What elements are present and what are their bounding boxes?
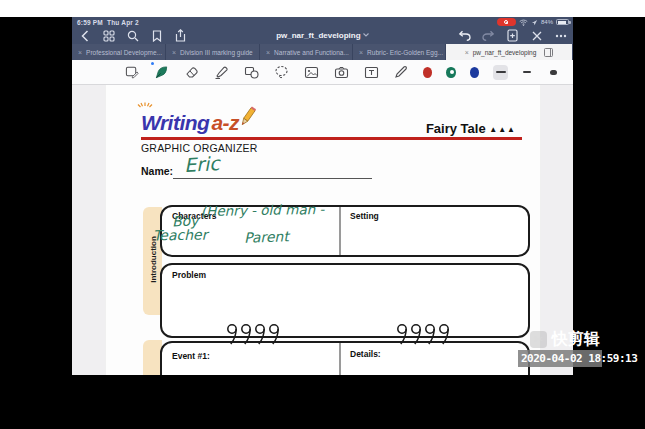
clock-date: Thu Apr 2 [107, 19, 139, 26]
status-right: 84% [497, 18, 569, 26]
tab-close-icon[interactable]: × [78, 49, 82, 56]
stroke-width-medium[interactable] [520, 65, 535, 80]
page-edit-icon [125, 65, 139, 79]
add-page-button[interactable] [506, 29, 519, 42]
genre-heading: Fairy Tale ▲▲▲ [426, 121, 516, 136]
color-swatch-blue[interactable] [470, 67, 479, 78]
watermark-logo: ✂ [530, 331, 547, 348]
lasso-tool[interactable] [274, 63, 289, 81]
problem-label: Problem [172, 270, 206, 280]
text-tool[interactable] [364, 63, 379, 81]
ipad-screen: 6:59 PMThu Apr 2 84% pw_nar_ft_developin… [72, 17, 573, 375]
tab-close-icon[interactable]: × [359, 49, 363, 56]
writing-az-logo: Writinga-z [141, 111, 239, 135]
name-underline [173, 178, 372, 179]
eraser-tool[interactable] [184, 63, 199, 81]
camera-icon [334, 66, 349, 79]
handwriting-characters-1: (Henry - old man - [201, 201, 325, 219]
image-icon [304, 66, 319, 79]
tab-close-icon[interactable]: × [266, 49, 270, 56]
thick-stroke-icon [550, 70, 557, 75]
video-frame: 6:59 PMThu Apr 2 84% pw_nar_ft_developin… [0, 0, 645, 429]
video-letterbox-top [0, 0, 645, 17]
handwriting-characters-3: Teacher [153, 227, 208, 244]
color-swatch-green-selected[interactable] [446, 67, 455, 78]
image-tool[interactable] [304, 63, 319, 81]
name-label: Name: [141, 165, 173, 177]
tab-pw-nar-ft-developing[interactable]: ×pw_nar_ft_developing [446, 44, 573, 60]
tab-rubric-eric-golden-egg[interactable]: ×Rubric- Eric-Golden Egg... [353, 44, 446, 60]
split-view-icon[interactable] [544, 48, 553, 57]
worksheet-page[interactable]: Writinga-z Fairy Tale ▲▲▲ GRAPHIC ORGANI… [105, 85, 541, 375]
drawing-toolbar [72, 60, 573, 85]
problem-box[interactable]: Problem [160, 263, 530, 338]
redo-icon [482, 30, 495, 41]
stroke-width-thick[interactable] [546, 65, 561, 80]
nav-right-group [458, 29, 567, 42]
medium-stroke-icon [523, 71, 531, 74]
undo-icon [458, 30, 471, 41]
pen-tool[interactable] [154, 63, 169, 81]
tab-professional-development[interactable]: ×Professional Developme... [72, 44, 166, 60]
clock-time: 6:59 PM [77, 19, 103, 26]
tab-bar: ×Professional Developme... ×Division III… [72, 44, 573, 60]
chevron-down-icon [363, 33, 369, 37]
highlighter-tool[interactable] [214, 63, 229, 81]
level-triangles: ▲▲▲ [489, 125, 516, 134]
watermark-app-name: 快剪辑 [552, 329, 600, 350]
close-button[interactable] [530, 29, 543, 42]
location-arrow-icon [531, 19, 538, 26]
tab-division-iii-marking-guide[interactable]: ×Division III marking guide [166, 44, 260, 60]
pointer-tool[interactable] [394, 63, 408, 81]
tab-close-icon[interactable]: × [465, 49, 469, 56]
page-template-tool[interactable] [125, 63, 139, 81]
pencil-logo-icon [237, 105, 257, 129]
nav-bar: pw_nar_ft_developing [72, 27, 573, 44]
note-canvas[interactable]: Writinga-z Fairy Tale ▲▲▲ GRAPHIC ORGANI… [72, 85, 573, 375]
lasso-icon [274, 65, 289, 79]
record-dot-icon [504, 20, 508, 24]
details-label: Details: [350, 349, 381, 359]
screen-recording-indicator[interactable] [497, 18, 516, 26]
close-icon [532, 31, 542, 41]
more-icon [555, 34, 567, 38]
add-page-icon [507, 29, 518, 42]
binder-rings-right [397, 323, 455, 347]
header-rule [141, 137, 522, 140]
undo-button[interactable] [458, 29, 471, 42]
status-left: 6:59 PMThu Apr 2 [77, 19, 143, 26]
box-divider [339, 343, 341, 375]
setting-label: Setting [350, 211, 379, 221]
battery-percent: 84% [541, 19, 553, 25]
battery-icon [556, 19, 569, 25]
highlighter-icon [214, 65, 229, 79]
handwriting-characters-4: Parent [244, 228, 289, 246]
watermark-timestamp: 2020-04-02 18:59:13 [521, 352, 637, 365]
event1-label: Event #1: [172, 351, 210, 361]
binder-rings-left [227, 323, 285, 347]
shapes-tool[interactable] [244, 63, 259, 81]
box-divider [339, 207, 341, 255]
redo-button[interactable] [482, 29, 495, 42]
more-button[interactable] [554, 29, 567, 42]
eraser-icon [184, 65, 199, 79]
tab-narrative-and-functional[interactable]: ×Narrative and Functiona... [260, 44, 353, 60]
camera-tool[interactable] [334, 63, 349, 81]
stylus-icon [394, 65, 408, 79]
wifi-icon [519, 19, 528, 26]
color-swatch-red[interactable] [423, 67, 432, 78]
status-bar: 6:59 PMThu Apr 2 84% [72, 17, 573, 27]
pen-options-indicator [151, 62, 154, 65]
thin-stroke-icon [496, 71, 506, 73]
tab-close-icon[interactable]: × [172, 49, 176, 56]
text-box-icon [364, 66, 379, 79]
shapes-icon [244, 65, 259, 79]
event1-details-box[interactable]: Event #1: Details: [160, 341, 530, 375]
stroke-width-thin-selected[interactable] [493, 65, 508, 80]
fountain-pen-icon [154, 65, 169, 80]
handwritten-name: Eric [183, 152, 220, 176]
